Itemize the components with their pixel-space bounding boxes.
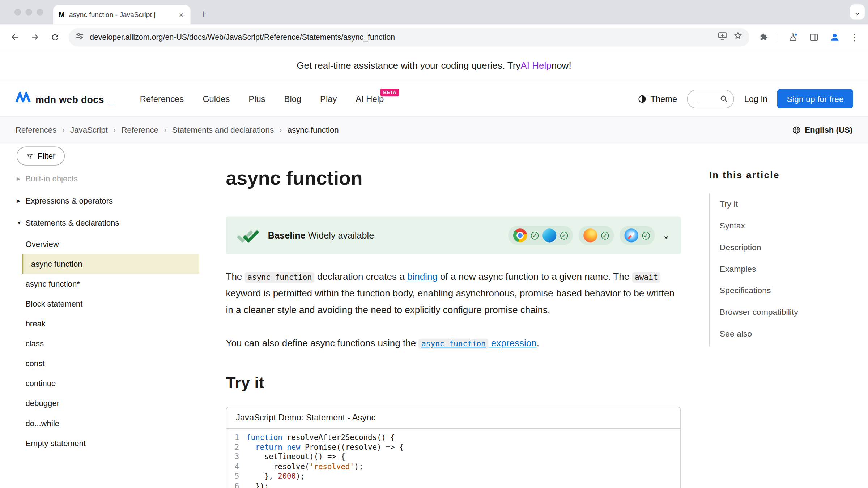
toc-item: Try it xyxy=(710,193,848,215)
async-function-expression-link[interactable]: async function expression xyxy=(418,338,536,348)
bookmark-star-icon[interactable] xyxy=(733,31,743,43)
code-text: }, 2000); xyxy=(246,471,305,481)
nav-references[interactable]: References xyxy=(140,94,184,104)
interactive-example: JavaScript Demo: Statement - Async 1func… xyxy=(226,407,681,488)
logo-text: mdn web docs xyxy=(35,94,104,106)
url-text[interactable]: developer.allizom.org/en-US/docs/Web/Jav… xyxy=(90,33,712,41)
filter-button[interactable]: Filter xyxy=(17,147,65,166)
back-button[interactable] xyxy=(5,28,24,47)
breadcrumb-javascript[interactable]: JavaScript xyxy=(70,125,108,134)
toc-link-browser-compatibility[interactable]: Browser compatibility xyxy=(720,307,798,316)
browser-support-pill xyxy=(508,226,573,245)
tab-close-icon[interactable]: × xyxy=(178,10,185,20)
sidebar-item-async-function[interactable]: async function* xyxy=(17,274,199,294)
minimize-window-button[interactable] xyxy=(25,9,32,15)
login-link[interactable]: Log in xyxy=(744,94,767,104)
sidebar-item-debugger[interactable]: debugger xyxy=(17,393,199,413)
breadcrumb-references[interactable]: References xyxy=(16,125,57,134)
nav-plus[interactable]: Plus xyxy=(248,94,265,104)
sidebar-item-async-function[interactable]: async function xyxy=(22,254,199,274)
expand-arrow-icon[interactable]: ▶ xyxy=(17,176,22,181)
sidebar-item-built-in-objects[interactable]: ▶Built-in objects xyxy=(17,168,199,190)
line-number: 1 xyxy=(226,433,246,442)
inline-code: async function xyxy=(245,272,315,283)
code-text: }); xyxy=(246,481,269,488)
sidebar-item-const[interactable]: const xyxy=(17,354,199,373)
sidebar-item-break[interactable]: break xyxy=(17,314,199,334)
collapse-arrow-icon[interactable]: ▼ xyxy=(17,220,22,226)
code-text: function resolveAfter2Seconds() { xyxy=(246,433,395,442)
header-actions: Theme _ Log in Sign up for free xyxy=(638,89,853,108)
mdn-favicon: M xyxy=(59,10,65,19)
code-text: setTimeout(() => { xyxy=(246,452,345,462)
code-line: 6 }); xyxy=(226,481,680,488)
breadcrumb-statements-and-declarations[interactable]: Statements and declarations xyxy=(172,125,274,134)
baseline-widget[interactable]: Baseline Widely available ⌄ xyxy=(226,216,681,254)
labs-flask-icon[interactable] xyxy=(783,28,802,47)
firefox-icon xyxy=(583,228,597,242)
new-tab-button[interactable]: + xyxy=(195,6,212,23)
nav-ai-help[interactable]: AI HelpBETA xyxy=(356,94,384,104)
browser-menu-icon[interactable]: ⋮ xyxy=(846,31,862,43)
language-switcher[interactable]: English (US) xyxy=(792,125,852,134)
sidebar-item-label: class xyxy=(25,339,44,348)
filter-funnel-icon xyxy=(26,153,33,160)
profile-avatar-icon[interactable] xyxy=(825,28,844,47)
sidebar-item-block-statement[interactable]: Block statement xyxy=(17,294,199,314)
code-line: 3 setTimeout(() => { xyxy=(226,452,680,462)
theme-label: Theme xyxy=(650,94,677,104)
toc-link-description[interactable]: Description xyxy=(720,242,761,252)
reload-button[interactable] xyxy=(46,28,64,47)
site-search-input[interactable]: _ xyxy=(687,89,734,108)
mdn-logo[interactable]: mdn web docs _ xyxy=(15,92,113,106)
extensions-icon[interactable] xyxy=(754,28,773,47)
nav-label: AI Help xyxy=(356,94,384,103)
sidebar-item-do-while[interactable]: do...while xyxy=(17,413,199,433)
baseline-expand-chevron-icon[interactable]: ⌄ xyxy=(663,230,670,241)
url-bar[interactable]: developer.allizom.org/en-US/docs/Web/Jav… xyxy=(69,28,750,46)
expand-arrow-icon[interactable]: ▶ xyxy=(17,198,22,204)
language-label: English (US) xyxy=(805,125,852,134)
browser-window: M async function - JavaScript | × + ⌄ de… xyxy=(0,0,868,488)
sidebar-item-empty-statement[interactable]: Empty statement xyxy=(17,433,199,453)
toc: In this article Try itSyntaxDescriptionE… xyxy=(709,143,848,487)
sidebar-item-overview[interactable]: Overview xyxy=(17,234,199,254)
baseline-browser-support xyxy=(508,226,655,245)
sidebar-item-label: Overview xyxy=(25,240,59,248)
binding-link[interactable]: binding xyxy=(407,272,438,282)
search-icon[interactable] xyxy=(720,95,728,103)
nav-play[interactable]: Play xyxy=(320,94,337,104)
code-line: 1function resolveAfter2Seconds() { xyxy=(226,433,680,442)
toc-link-specifications[interactable]: Specifications xyxy=(720,285,771,295)
zoom-window-button[interactable] xyxy=(37,9,43,15)
breadcrumb-reference[interactable]: Reference xyxy=(122,125,158,134)
nav-blog[interactable]: Blog xyxy=(284,94,301,104)
chrome-icon xyxy=(513,228,527,242)
sidebar-item-continue[interactable]: continue xyxy=(17,373,199,393)
theme-toggle[interactable]: Theme xyxy=(638,94,677,104)
forward-button[interactable] xyxy=(25,28,44,47)
browser-support-pill xyxy=(578,226,614,245)
promo-text-after: now! xyxy=(552,60,571,71)
sidebar-item-statements-declarations[interactable]: ▼Statements & declarations xyxy=(17,212,199,234)
sidebar-item-class[interactable]: class xyxy=(17,334,199,354)
nav-guides[interactable]: Guides xyxy=(203,94,230,104)
toc-link-examples[interactable]: Examples xyxy=(720,264,756,273)
toc-item: Description xyxy=(710,236,848,258)
install-icon[interactable] xyxy=(718,31,728,43)
promo-ai-help-link[interactable]: AI Help xyxy=(520,60,551,71)
toc-link-try-it[interactable]: Try it xyxy=(720,199,738,208)
breadcrumb-async-function[interactable]: async function xyxy=(288,125,339,134)
filter-label: Filter xyxy=(38,151,55,160)
window-controls xyxy=(14,9,43,15)
browser-tab[interactable]: M async function - JavaScript | × xyxy=(53,5,191,25)
site-settings-icon[interactable] xyxy=(75,31,84,43)
side-panel-icon[interactable] xyxy=(804,28,823,47)
close-window-button[interactable] xyxy=(14,9,21,15)
tab-search-chevron-icon[interactable]: ⌄ xyxy=(850,4,864,19)
toc-link-see-also[interactable]: See also xyxy=(720,328,752,338)
code-editor[interactable]: 1function resolveAfter2Seconds() {2 retu… xyxy=(226,429,680,488)
sidebar-item-expressions-operators[interactable]: ▶Expressions & operators xyxy=(17,190,199,212)
toc-link-syntax[interactable]: Syntax xyxy=(720,221,745,230)
signup-button[interactable]: Sign up for free xyxy=(778,89,853,108)
